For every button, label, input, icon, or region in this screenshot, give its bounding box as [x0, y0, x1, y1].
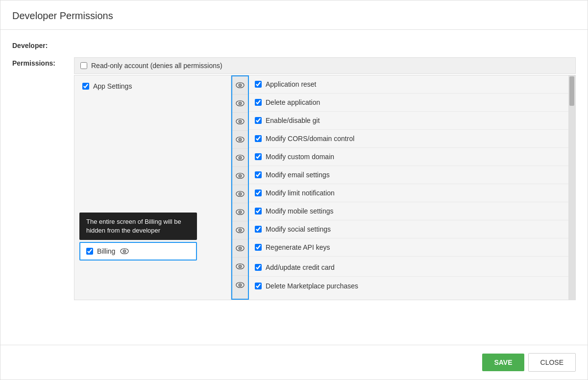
- svg-point-2: [124, 251, 125, 252]
- permissions-label: Permissions:: [12, 57, 66, 67]
- svg-point-17: [240, 157, 241, 158]
- eye-icon-delete-app[interactable]: [235, 98, 245, 109]
- perm-label-app-reset: Application reset: [266, 80, 317, 88]
- perm-checkbox-limit[interactable]: [255, 190, 262, 196]
- billing-checkbox[interactable]: [86, 248, 93, 255]
- perm-row-cors: Modify CORS/domain control: [249, 130, 575, 148]
- eye-item-billing-1[interactable]: [232, 258, 248, 276]
- permissions-container: Read-only account (denies all permission…: [74, 57, 576, 300]
- eye-column: [231, 75, 249, 300]
- eye-icon-limit[interactable]: [235, 189, 245, 199]
- svg-point-32: [240, 248, 241, 249]
- perm-label-custom-domain: Modify custom domain: [266, 153, 334, 161]
- close-button[interactable]: CLOSE: [528, 353, 576, 372]
- eye-icon-credit-card[interactable]: [235, 261, 245, 272]
- left-panel: App Settings The entire screen of Billin…: [74, 75, 231, 300]
- right-panel: Application reset Delete application Ena…: [231, 75, 575, 300]
- readonly-label: Read-only account (denies all permission…: [91, 62, 222, 70]
- perm-row-api: Regenerate API keys: [249, 238, 575, 257]
- eye-icon-marketplace[interactable]: [235, 280, 245, 290]
- billing-label: Billing: [97, 247, 115, 255]
- perm-row-email: Modify email settings: [249, 166, 575, 184]
- svg-point-29: [240, 230, 241, 231]
- developer-row: Developer:: [12, 40, 576, 49]
- billing-highlighted-item: Billing: [79, 242, 197, 261]
- eye-item-billing-2[interactable]: [232, 276, 248, 294]
- svg-point-35: [240, 266, 241, 267]
- perm-row-delete-app: Delete application: [249, 94, 575, 112]
- eye-item-5[interactable]: [232, 167, 248, 185]
- perm-checkbox-email[interactable]: [255, 171, 262, 178]
- billing-eye-icon[interactable]: [119, 246, 130, 257]
- eye-icon-cors[interactable]: [235, 134, 245, 145]
- eye-item-7[interactable]: [232, 203, 248, 221]
- perm-row-marketplace: Delete Marketplace purchases: [249, 277, 575, 295]
- perm-row-app-reset: Application reset: [249, 75, 575, 94]
- billing-tooltip: The entire screen of Billing will be hid…: [79, 213, 197, 240]
- eye-item-0[interactable]: [232, 76, 248, 95]
- eye-icon-social[interactable]: [235, 225, 245, 236]
- svg-point-8: [240, 103, 241, 104]
- eye-item-1[interactable]: [232, 95, 248, 113]
- readonly-row: Read-only account (denies all permission…: [74, 57, 576, 74]
- dialog-footer: SAVE CLOSE: [0, 345, 588, 380]
- perm-label-delete-app: Delete application: [266, 98, 320, 106]
- scrollbar[interactable]: [568, 75, 575, 300]
- eye-icon-app-reset[interactable]: [235, 80, 245, 91]
- dialog-title: Developer Permissions: [0, 0, 588, 30]
- perm-label-email: Modify email settings: [266, 171, 330, 179]
- perm-checkbox-credit-card[interactable]: [255, 264, 262, 271]
- save-button[interactable]: SAVE: [482, 354, 524, 371]
- perm-checkbox-social[interactable]: [255, 226, 262, 233]
- perm-label-marketplace: Delete Marketplace purchases: [266, 282, 358, 290]
- perm-checkbox-api[interactable]: [255, 244, 262, 251]
- perm-checkbox-marketplace[interactable]: [255, 283, 262, 289]
- perm-checkbox-cors[interactable]: [255, 135, 262, 142]
- app-settings-checkbox[interactable]: [82, 83, 89, 90]
- perm-row-social: Modify social settings: [249, 220, 575, 238]
- svg-point-14: [240, 139, 241, 140]
- eye-item-3[interactable]: [232, 131, 248, 149]
- svg-point-11: [240, 121, 241, 122]
- right-content: Application reset Delete application Ena…: [249, 75, 575, 300]
- perm-label-limit: Modify limit notification: [266, 189, 335, 197]
- eye-item-2[interactable]: [232, 113, 248, 131]
- perm-row-limit: Modify limit notification: [249, 184, 575, 202]
- readonly-checkbox[interactable]: [80, 62, 87, 69]
- eye-item-6[interactable]: [232, 185, 248, 203]
- perm-row-credit-card: Add/update credit card: [249, 259, 575, 277]
- scrollbar-thumb[interactable]: [569, 76, 574, 106]
- perm-label-cors: Modify CORS/domain control: [266, 135, 354, 142]
- permissions-row: Permissions: Read-only account (denies a…: [12, 57, 576, 300]
- eye-item-8[interactable]: [232, 221, 248, 239]
- eye-icon-email[interactable]: [235, 170, 245, 181]
- eye-icon-enable-git[interactable]: [235, 116, 245, 127]
- billing-tooltip-wrapper: The entire screen of Billing will be hid…: [79, 213, 197, 261]
- perm-label-git: Enable/disable git: [266, 117, 320, 124]
- eye-icon-mobile[interactable]: [235, 207, 245, 217]
- perm-checkbox-mobile[interactable]: [255, 208, 262, 214]
- perm-row-mobile: Modify mobile settings: [249, 202, 575, 220]
- perm-checkbox-delete-app[interactable]: [255, 99, 262, 106]
- perm-checkbox-app-reset[interactable]: [255, 81, 262, 88]
- dialog-body: Developer: Permissions: Read-only accoun…: [0, 30, 588, 345]
- perm-label-social: Modify social settings: [266, 225, 331, 233]
- perm-row-git: Enable/disable git: [249, 112, 575, 130]
- perm-row-custom-domain: Modify custom domain: [249, 148, 575, 166]
- eye-icon-api[interactable]: [235, 243, 245, 254]
- developer-permissions-dialog: Developer Permissions Developer: Permiss…: [0, 0, 588, 380]
- developer-label: Developer:: [12, 40, 66, 49]
- eye-icon-custom-domain[interactable]: [235, 152, 245, 163]
- section-app-settings: App Settings: [74, 79, 231, 93]
- eye-item-4[interactable]: [232, 149, 248, 167]
- eye-item-9[interactable]: [232, 239, 248, 258]
- svg-point-20: [240, 175, 241, 176]
- permissions-grid: App Settings The entire screen of Billin…: [74, 75, 576, 300]
- perm-checkbox-custom-domain[interactable]: [255, 153, 262, 160]
- perm-label-mobile: Modify mobile settings: [266, 207, 334, 215]
- svg-point-23: [240, 193, 241, 194]
- perm-checkbox-git[interactable]: [255, 117, 262, 124]
- svg-point-26: [240, 212, 241, 213]
- svg-point-38: [240, 284, 241, 285]
- perm-label-credit-card: Add/update credit card: [266, 263, 335, 271]
